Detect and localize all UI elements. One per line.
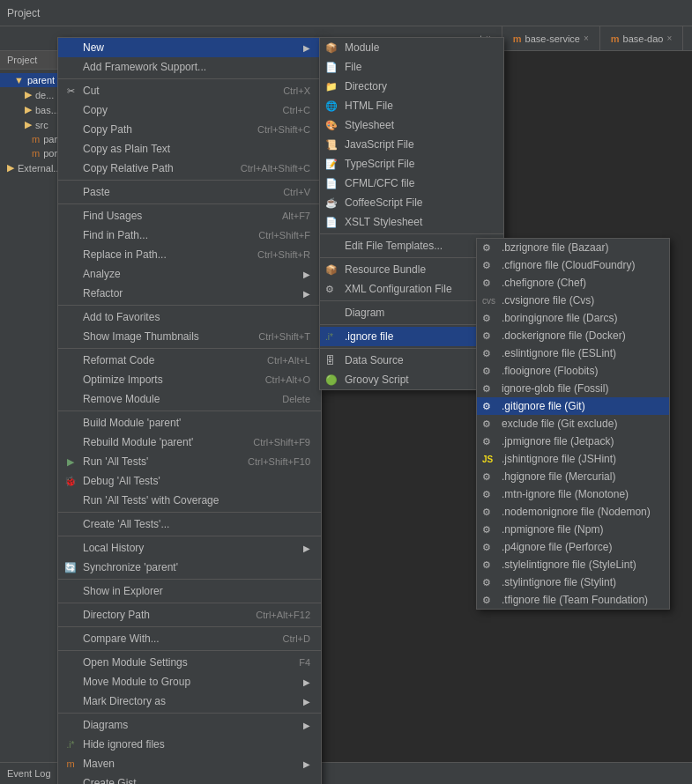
menu-item-create-gist[interactable]: Create Gist... [58, 773, 321, 784]
folder-icon-2: ▶ [25, 89, 32, 100]
js-icon: 📜 [325, 139, 338, 151]
menu-item-create-tests[interactable]: Create 'All Tests'... [58, 514, 321, 534]
file-icon-par: m [32, 134, 40, 144]
separator-8 [58, 536, 321, 536]
menu-item-build[interactable]: Build Module 'parent' [58, 413, 321, 433]
menu-item-thumbnails[interactable]: Show Image Thumbnails Ctrl+Shift+T [58, 327, 321, 346]
folder-icon-ext: ▶ [7, 162, 14, 174]
menu-item-copy-path[interactable]: Copy Path Ctrl+Shift+C [58, 120, 321, 139]
ignore-stylint[interactable]: ⚙ .stylintignore file (Stylint) [477, 573, 669, 591]
submenu-item-file[interactable]: 📄 File [320, 57, 503, 77]
menu-item-maven[interactable]: m Maven ▶ [58, 754, 321, 773]
menu-item-analyze[interactable]: Analyze ▶ [58, 264, 321, 284]
submenu-item-directory[interactable]: 📁 Directory [320, 77, 503, 96]
menu-item-rebuild[interactable]: Rebuild Module 'parent' Ctrl+Shift+F9 [58, 433, 321, 452]
menu-item-debug[interactable]: 🐞 Debug 'All Tests' [58, 471, 321, 491]
module-icon: 📦 [325, 42, 338, 54]
ignore-perforce[interactable]: ⚙ .p4ignore file (Perforce) [477, 538, 669, 556]
menu-item-find-usages[interactable]: Find Usages Alt+F7 [58, 206, 321, 226]
submenu-item-js[interactable]: 📜 JavaScript File [320, 135, 503, 154]
menu-item-copy-relative[interactable]: Copy Relative Path Ctrl+Alt+Shift+C [58, 159, 321, 178]
separator-7 [58, 512, 321, 513]
ignore-eslint[interactable]: ⚙ .eslintignore file (ESLint) [477, 344, 669, 362]
tab-base-dao[interactable]: m base-dao × [600, 26, 684, 50]
submenu-item-module[interactable]: 📦 Module [320, 38, 503, 57]
submenu-sep-1 [320, 233, 503, 234]
nodemon-icon: ⚙ [482, 507, 491, 518]
menu-item-local-history[interactable]: Local History ▶ [58, 538, 321, 558]
submenu-item-stylesheet[interactable]: 🎨 Stylesheet [320, 115, 503, 135]
ignore-docker[interactable]: ⚙ .dockerignore file (Docker) [477, 327, 669, 344]
maven-icon: m [63, 758, 78, 769]
separator-1 [58, 78, 321, 79]
menu-item-diagrams[interactable]: Diagrams ▶ [58, 715, 321, 735]
menu-item-coverage[interactable]: Run 'All Tests' with Coverage [58, 491, 321, 510]
ignore-git[interactable]: ⚙ .gitignore file (Git) [477, 397, 669, 415]
menu-item-run[interactable]: ▶ Run 'All Tests' Ctrl+Shift+F10 [58, 452, 321, 471]
event-log-label[interactable]: Event Log [7, 768, 51, 779]
menu-item-paste[interactable]: Paste Ctrl+V [58, 182, 321, 202]
directory-icon: 📁 [325, 81, 338, 92]
submenu-ignore: ⚙ .bzrignore file (Bazaar) ⚙ .cfignore f… [476, 238, 670, 610]
ignore-jshint[interactable]: JS .jshintignore file (JSHint) [477, 450, 669, 468]
stylint-icon: ⚙ [482, 577, 491, 588]
menu-item-move-module[interactable]: Move Module to Group ▶ [58, 672, 321, 692]
ignore-icon: .i* [63, 740, 78, 750]
ignore-cvs[interactable]: cvs .cvsignore file (Cvs) [477, 292, 669, 309]
stylesheet-icon: 🎨 [325, 120, 338, 131]
submenu-item-ts[interactable]: 📝 TypeScript File [320, 154, 503, 174]
menu-item-new[interactable]: New ▶ [58, 38, 321, 57]
ignore-fossil[interactable]: ⚙ ignore-glob file (Fossil) [477, 380, 669, 397]
menu-item-reformat[interactable]: Reformat Code Ctrl+Alt+L [58, 351, 321, 370]
menu-item-synchronize[interactable]: 🔄 Synchronize 'parent' [58, 558, 321, 577]
menu-item-copy[interactable]: Copy Ctrl+C [58, 100, 321, 120]
menu-item-module-settings[interactable]: Open Module Settings F4 [58, 653, 321, 672]
chef-icon: ⚙ [482, 277, 491, 289]
ignore-nodemon[interactable]: ⚙ .nodemonignore file (Nodemon) [477, 503, 669, 521]
ignore-jetpack[interactable]: ⚙ .jpmignore file (Jetpack) [477, 433, 669, 450]
mercurial-icon: ⚙ [482, 471, 491, 483]
ignore-cf[interactable]: ⚙ .cfignore file (CloudFoundry) [477, 256, 669, 274]
menu-item-favorites[interactable]: Add to Favorites [58, 307, 321, 327]
menu-item-add-framework[interactable]: Add Framework Support... [58, 57, 321, 77]
menu-item-compare[interactable]: Compare With... Ctrl+D [58, 629, 321, 648]
submenu-item-cfml[interactable]: 📄 CFML/CFC file [320, 174, 503, 193]
separator-4 [58, 305, 321, 306]
menu-item-show-explorer[interactable]: Show in Explorer [58, 581, 321, 601]
ignore-mercurial[interactable]: ⚙ .hgignore file (Mercurial) [477, 468, 669, 485]
xslt-icon: 📄 [325, 217, 338, 228]
bzr-icon: ⚙ [482, 242, 491, 254]
menu-item-mark-directory[interactable]: Mark Directory as ▶ [58, 692, 321, 711]
jetpack-icon: ⚙ [482, 436, 491, 447]
ignore-floobits[interactable]: ⚙ .flooignore (Floobits) [477, 362, 669, 380]
submenu-item-html[interactable]: 🌐 HTML File [320, 96, 503, 115]
xml-icon: ⚙ [325, 284, 334, 295]
ignore-npm[interactable]: ⚙ .npmignore file (Npm) [477, 521, 669, 538]
menu-item-cut[interactable]: ✂ Cut Ctrl+X [58, 81, 321, 100]
cf-icon: ⚙ [482, 260, 491, 271]
ignore-bzr[interactable]: ⚙ .bzrignore file (Bazaar) [477, 239, 669, 256]
menu-item-optimize[interactable]: Optimize Imports Ctrl+Alt+O [58, 370, 321, 389]
docker-icon: ⚙ [482, 330, 491, 342]
menu-item-directory-path[interactable]: Directory Path Ctrl+Alt+F12 [58, 605, 321, 625]
coffee-icon: ☕ [325, 197, 338, 209]
menu-item-remove-module[interactable]: Remove Module Delete [58, 389, 321, 409]
menu-item-find-path[interactable]: Find in Path... Ctrl+Shift+F [58, 226, 321, 245]
menu-item-hide-ignored[interactable]: .i* Hide ignored files [58, 735, 321, 754]
fossil-icon: ⚙ [482, 383, 491, 395]
ignore-monotone[interactable]: ⚙ .mtn-ignore file (Monotone) [477, 485, 669, 503]
tab-base-service[interactable]: m base-service × [502, 26, 600, 50]
menu-item-replace-path[interactable]: Replace in Path... Ctrl+Shift+R [58, 245, 321, 264]
menu-item-copy-plain[interactable]: Copy as Plain Text [58, 139, 321, 159]
folder-icon-4: ▶ [25, 119, 32, 130]
ignore-stylelint[interactable]: ⚙ .stylelintignore file (StyleLint) [477, 556, 669, 573]
ignore-darcs[interactable]: ⚙ .boringignore file (Darcs) [477, 309, 669, 327]
menu-item-refactor[interactable]: Refactor ▶ [58, 284, 321, 303]
ignore-chef[interactable]: ⚙ .chefignore (Chef) [477, 274, 669, 292]
submenu-item-coffee[interactable]: ☕ CoffeeScript File [320, 193, 503, 212]
submenu-item-xslt[interactable]: 📄 XSLT Stylesheet [320, 212, 503, 232]
perforce-icon: ⚙ [482, 542, 491, 553]
ignore-git-exclude[interactable]: ⚙ exclude file (Git exclude) [477, 415, 669, 433]
ignore-tfignore[interactable]: ⚙ .tfignore file (Team Foundation) [477, 591, 669, 609]
cvs-icon: cvs [482, 296, 495, 306]
